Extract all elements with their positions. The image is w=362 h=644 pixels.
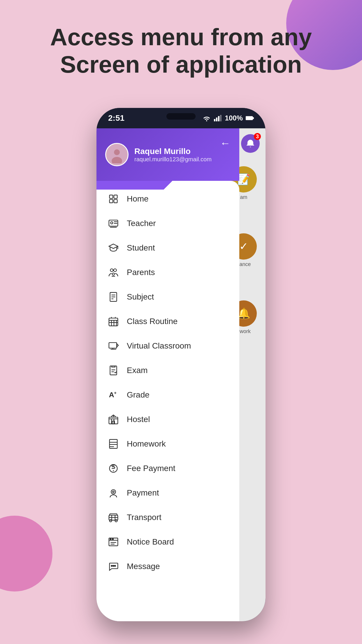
menu-label-notice-board: Notice Board [127, 537, 174, 547]
status-bar: 2:51 100% [96, 108, 266, 128]
menu-label-parents: Parents [127, 268, 155, 277]
svg-rect-4 [246, 116, 253, 120]
wifi-icon [202, 115, 211, 121]
message-icon [107, 560, 120, 573]
heading-line2: Screen of application [23, 51, 339, 78]
svg-text:A: A [109, 391, 114, 399]
avatar-image [108, 146, 126, 163]
subject-icon [107, 290, 120, 303]
transport-icon [107, 511, 120, 524]
menu-item-message[interactable]: Message [96, 554, 239, 579]
menu-item-student[interactable]: Student [96, 236, 239, 260]
signal-icon [214, 115, 222, 121]
menu-label-subject: Subject [127, 292, 154, 302]
menu-label-virtual-classroom: Virtual Classroom [127, 341, 191, 351]
menu-item-home[interactable]: Home [96, 187, 239, 211]
menu-item-grade[interactable]: A + Grade [96, 383, 239, 407]
notification-badge: 3 [254, 133, 261, 140]
status-icons: 100% [202, 114, 254, 122]
menu-item-subject[interactable]: Subject [96, 285, 239, 309]
phone-wrapper: 2:51 100% [96, 108, 266, 621]
svg-point-65 [111, 565, 112, 566]
fee-payment-icon [107, 462, 120, 475]
student-icon [107, 242, 120, 254]
class-routine-icon [107, 315, 120, 328]
blob-bottom-left [0, 516, 52, 592]
svg-point-20 [114, 269, 117, 272]
svg-point-7 [114, 149, 120, 155]
hostel-icon [107, 413, 120, 426]
menu-item-notice-board[interactable]: Notice Board [96, 530, 239, 554]
svg-marker-35 [117, 344, 118, 347]
exam-icon [107, 364, 120, 377]
notice-board-icon [107, 536, 120, 548]
svg-point-66 [113, 565, 114, 566]
status-time: 2:51 [108, 113, 124, 123]
menu-item-payment[interactable]: Payment [96, 481, 239, 505]
teacher-icon [107, 217, 120, 230]
battery-text: 100% [225, 114, 243, 122]
svg-rect-9 [110, 195, 113, 198]
user-details: Raquel Murillo raquel.murillo123@gmail.c… [134, 147, 212, 163]
heading-line1: Access menu from any [23, 23, 339, 51]
svg-rect-2 [218, 116, 219, 121]
svg-point-57 [110, 520, 112, 522]
back-button[interactable]: ← [220, 137, 231, 149]
menu-label-homework: Homework [127, 439, 166, 449]
payment-icon [107, 487, 120, 499]
menu-item-parents[interactable]: Parents [96, 260, 239, 285]
svg-rect-5 [253, 117, 254, 119]
user-info: Raquel Murillo raquel.murillo123@gmail.c… [105, 143, 231, 166]
menu-label-fee-payment: Fee Payment [127, 464, 175, 473]
menu-item-hostel[interactable]: Hostel [96, 407, 239, 432]
phone-screen: 3 📝 am ✓ dance 🔔 ework ← [96, 128, 266, 621]
svg-point-52 [111, 490, 115, 494]
phone-frame: 2:51 100% [96, 108, 266, 621]
svg-rect-34 [109, 343, 117, 348]
svg-text:+: + [114, 390, 117, 395]
menu-label-class-routine: Class Routine [127, 317, 178, 326]
menu-item-virtual-classroom[interactable]: Virtual Classroom [96, 334, 239, 358]
menu-item-teacher[interactable]: Teacher [96, 211, 239, 236]
menu-item-exam[interactable]: Exam [96, 358, 239, 383]
home-icon [107, 192, 120, 205]
menu-label-teacher: Teacher [127, 219, 156, 228]
menu-label-transport: Transport [127, 513, 161, 522]
homework-icon [107, 438, 120, 450]
svg-point-21 [112, 273, 115, 275]
menu-item-transport[interactable]: Transport [96, 505, 239, 530]
svg-point-67 [115, 565, 116, 566]
nav-drawer: ← Raquel Murillo raquel.mu [96, 128, 239, 621]
svg-point-14 [111, 222, 113, 224]
svg-point-53 [113, 491, 114, 493]
svg-rect-1 [216, 118, 217, 121]
svg-rect-11 [110, 200, 113, 203]
user-email: raquel.murillo123@gmail.com [134, 156, 212, 163]
svg-point-62 [112, 539, 113, 540]
svg-rect-12 [114, 200, 117, 203]
battery-icon [246, 116, 254, 120]
grade-icon: A + [107, 388, 120, 401]
svg-rect-10 [114, 195, 117, 198]
virtual-classroom-icon [107, 340, 120, 352]
avatar [105, 143, 129, 166]
menu-item-homework[interactable]: Homework [96, 432, 239, 456]
menu-label-payment: Payment [127, 488, 159, 498]
header-text: Access menu from any Screen of applicati… [0, 23, 362, 78]
menu-label-message: Message [127, 562, 160, 571]
user-name: Raquel Murillo [134, 147, 212, 156]
menu-label-grade: Grade [127, 390, 150, 400]
svg-point-58 [115, 520, 117, 522]
menu-label-hostel: Hostel [127, 415, 150, 424]
drawer-header: ← Raquel Murillo raquel.mu [96, 128, 239, 181]
svg-rect-3 [220, 115, 222, 121]
svg-point-19 [110, 269, 113, 272]
menu-item-class-routine[interactable]: Class Routine [96, 309, 239, 334]
menu-item-fee-payment[interactable]: Fee Payment [96, 456, 239, 481]
parents-icon [107, 266, 120, 279]
notification-bell[interactable]: 3 [241, 134, 260, 153]
svg-rect-0 [214, 119, 215, 121]
menu-label-student: Student [127, 243, 155, 253]
svg-rect-46 [112, 421, 115, 424]
drawer-menu: Home Teacher [96, 181, 239, 621]
